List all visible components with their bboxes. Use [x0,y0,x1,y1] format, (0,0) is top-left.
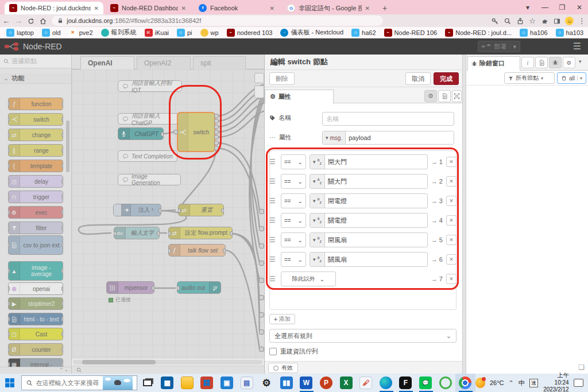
debug-tab-button[interactable] [549,57,562,68]
key-icon[interactable] [489,17,502,25]
close-button[interactable]: ✕ [571,3,588,11]
open-in-window-icon[interactable]: ❏ [578,363,585,371]
rule-value-field[interactable]: ▾az [310,213,428,228]
drag-handle-icon[interactable]: ☰ [269,275,277,283]
rule-operator-select[interactable]: ==⌄ [281,232,306,247]
rule-remove-button[interactable]: ✕ [446,235,457,245]
tab-properties[interactable]: ⚙屬性 [265,90,334,104]
drag-handle-icon[interactable]: ☰ [269,158,277,166]
browser-tab-nodered[interactable]: Node-RED : joul.duckdns.org ✕ [5,2,103,14]
profile-avatar[interactable]: ☺ [563,16,576,25]
rule-remove-button[interactable]: ✕ [446,196,457,206]
rule-remove-button[interactable]: ✕ [446,215,457,226]
sidepanel-icon[interactable] [551,17,563,25]
browser-tab-google[interactable]: 非固定語句 - Google 搜尋 ✕ [283,2,374,14]
bookmark[interactable]: wp [198,29,222,37]
task-view-button[interactable] [137,374,157,392]
rule-operator-select[interactable]: ==⌄ [281,252,306,267]
rule-value-input[interactable] [325,217,427,224]
deploy-options-icon[interactable]: ▾ [509,43,516,51]
rule-value-field[interactable]: ▾az [310,154,428,169]
description-button[interactable] [438,90,451,102]
drag-handle-icon[interactable]: ☰ [269,236,277,244]
notes-icon[interactable]: ▤ [237,374,257,392]
sidebar-menu-icon[interactable]: ▾ [579,59,582,64]
photos-icon[interactable]: ▣ [217,374,237,392]
new-tab-button[interactable]: + [378,2,392,14]
help-tab-button[interactable] [535,57,548,68]
ime-mode-badge[interactable]: 速 [529,379,538,387]
drag-handle-icon[interactable]: ☰ [269,216,277,224]
drag-handle-icon[interactable]: ☰ [269,177,277,185]
excel-icon[interactable]: X [336,374,356,392]
bookmark[interactable]: ha62 [349,29,378,37]
rule-value-input[interactable] [325,178,427,185]
bookmark[interactable]: Node-RED 106 [381,29,440,37]
bookmark[interactable]: pi [174,29,195,37]
rule-value-input[interactable] [325,158,427,165]
rule-value-field[interactable]: ▾az [310,174,428,189]
property-input[interactable] [346,134,454,141]
bookmark-star-icon[interactable]: ☆ [526,17,539,25]
rule-otherwise-select[interactable]: 除此以外⌄ [281,271,336,286]
debug-clear-button[interactable]: all ▾ [557,72,586,84]
word-icon[interactable]: W [296,374,316,392]
delete-button[interactable]: 刪除 [269,72,295,85]
rule-value-input[interactable] [325,256,427,263]
rule-value-input[interactable] [325,197,427,204]
rule-value-field[interactable]: ▾az [310,193,428,208]
rule-mode-select[interactable]: 全選所有規則⌄ [269,329,457,343]
extensions-icon[interactable] [539,17,551,25]
bookmark[interactable]: iKuai [142,29,172,37]
rule-operator-select[interactable]: ==⌄ [281,193,306,208]
drag-handle-icon[interactable]: ☰ [269,255,277,263]
deploy-button[interactable]: 部署 ▾ [478,41,520,52]
name-input[interactable] [322,112,454,126]
rule-remove-button[interactable]: ✕ [446,254,457,265]
maximize-button[interactable]: ❐ [554,3,571,11]
property-field[interactable]: ▾msg. [322,131,454,145]
rule-type-button[interactable]: ▾az [310,155,325,169]
forward-button[interactable]: → [13,17,25,25]
bookmark[interactable]: old [39,29,64,37]
tab-debug[interactable]: 除錯窗口 [467,56,520,71]
tab-search-icon[interactable]: ▾ [519,3,536,11]
temperature[interactable]: 26°C [490,379,504,386]
bookmark[interactable]: ha103 [553,29,587,37]
zoom-icon[interactable] [501,17,514,25]
share-icon[interactable] [514,17,527,25]
bookmark[interactable]: pve2 [66,29,96,37]
enabled-toggle[interactable]: 有效 [268,363,298,373]
ime-indicator[interactable]: 中 [519,379,525,387]
repair-sequence-checkbox[interactable] [269,348,277,355]
rule-value-input[interactable] [325,236,427,243]
address-bar[interactable]: joul.duckdns.org:1862/#flow/c2883a331c36… [52,15,383,26]
rule-value-field[interactable]: ▾az [310,232,428,247]
taskbar-search-box[interactable]: 在這裡輸入文字來搜尋 [21,375,138,390]
rule-type-button[interactable]: ▾az [310,214,325,227]
bookmark[interactable]: laptop [3,29,37,37]
minimize-button[interactable]: — [536,3,554,11]
paint-icon[interactable]: 🖌 [356,374,376,392]
line-icon[interactable]: 💬 [416,374,436,392]
tab-close-icon[interactable]: ✕ [94,5,99,11]
bookmark[interactable]: Node-RED : joul.d... [442,29,514,37]
debug-filter-button[interactable]: 所有節點 ▾ [504,72,555,84]
expand-button[interactable] [452,90,462,102]
facebook-gameroom-icon[interactable]: F [396,374,416,392]
bookmark[interactable]: 報到系統 [98,28,140,37]
ms-store-icon[interactable] [197,374,217,392]
edge-icon[interactable] [376,374,396,392]
cancel-button[interactable]: 取消 [405,72,431,85]
rule-type-button[interactable]: ▾az [310,233,325,247]
info-tab-button[interactable]: i [521,57,534,68]
rule-remove-button[interactable]: ✕ [446,176,457,187]
bookmark[interactable]: nodered 103 [224,29,276,37]
company-portal-icon[interactable]: ▮▮ [277,374,297,392]
property-type-button[interactable]: ▾msg. [323,131,346,144]
hidden-icons-chevron[interactable]: ⌃ [509,379,514,387]
add-rule-button[interactable]: +添加 [269,314,295,324]
browser-tab-dashboard[interactable]: Node-RED Dashboard ✕ [106,2,191,14]
home-button[interactable] [37,17,50,25]
browser-menu-icon[interactable]: ⋮ [576,17,588,25]
